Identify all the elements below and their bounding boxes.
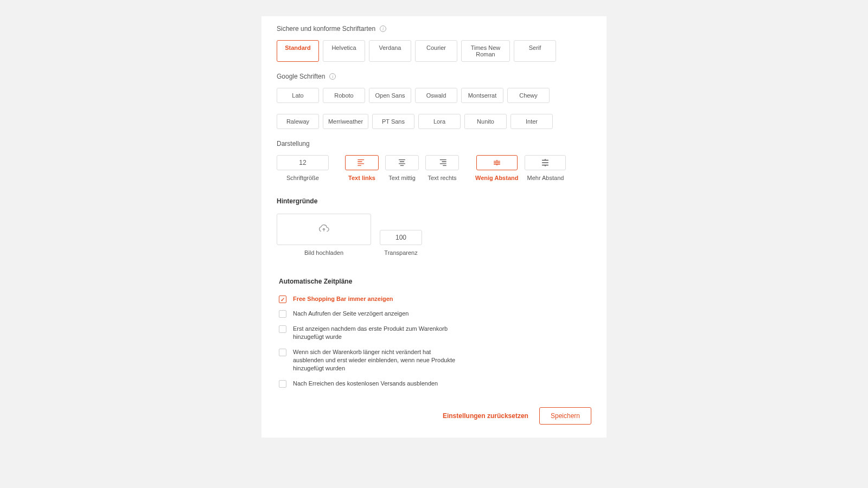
schedule-item-delayed: Nach Aufrufen der Seite verzögert anzeig… — [279, 310, 463, 318]
safe-fonts-label-text: Sichere und konforme Schriftarten — [277, 25, 375, 33]
font-chip-helvetica[interactable]: Helvetica — [323, 40, 365, 62]
align-right-button[interactable] — [425, 155, 459, 170]
spacing-tight-caption: Wenig Abstand — [475, 175, 518, 181]
upload-caption: Bild hochladen — [277, 249, 371, 256]
schedule-item-after-free: Nach Erreichen des kostenlosen Versands … — [279, 380, 463, 388]
checkbox-after-first[interactable] — [279, 325, 286, 333]
checkbox-label-delayed: Nach Aufrufen der Seite verzögert anzeig… — [293, 310, 409, 318]
font-chip-inter[interactable]: Inter — [510, 114, 553, 129]
info-icon[interactable]: i — [380, 25, 386, 32]
google-fonts-label: Google Schriften i — [277, 73, 591, 80]
align-center-button[interactable] — [385, 155, 419, 170]
google-fonts-label-text: Google Schriften — [277, 73, 325, 80]
schedule-item-after-first: Erst anzeigen nachdem das erste Produkt … — [279, 325, 463, 342]
font-chip-courier[interactable]: Courier — [415, 40, 457, 62]
spacing-loose-button[interactable] — [525, 155, 566, 170]
transparency-caption: Transparenz — [380, 249, 422, 256]
display-label: Darstellung — [277, 140, 591, 147]
align-left-button[interactable] — [345, 155, 379, 170]
display-row: 12 Schriftgröße Text linksText mittigTex… — [277, 155, 591, 181]
google-fonts-row-1: LatoRobotoOpen SansOswaldMontserratChewy — [277, 88, 591, 103]
spacing-tight-button[interactable] — [476, 155, 518, 170]
align-left-caption: Text links — [348, 175, 375, 181]
checkbox-label-after-free: Nach Erreichen des kostenlosen Versands … — [293, 380, 438, 388]
font-chip-chewy[interactable]: Chewy — [507, 88, 550, 103]
checkbox-after-free[interactable] — [279, 380, 286, 388]
align-right-caption: Text rechts — [427, 175, 456, 181]
font-chip-standard[interactable]: Standard — [277, 40, 319, 62]
upload-group: Bild hochladen — [277, 214, 371, 256]
font-chip-verdana[interactable]: Verdana — [369, 40, 411, 62]
save-button[interactable]: Speichern — [539, 407, 591, 425]
checkbox-label-idle-cart: Wenn sich der Warenkorb länger nicht ver… — [293, 348, 463, 373]
align-center-caption: Text mittig — [388, 175, 416, 181]
font-chip-lora[interactable]: Lora — [418, 114, 461, 129]
font-chip-raleway[interactable]: Raleway — [277, 114, 319, 129]
font-chip-lato[interactable]: Lato — [277, 88, 319, 103]
schedules-list: Free Shopping Bar immer anzeigenNach Auf… — [279, 295, 463, 388]
spacing-loose-caption: Mehr Abstand — [527, 175, 564, 181]
settings-panel: Sichere und konforme Schriftarten i Stan… — [261, 16, 607, 438]
cloud-upload-icon — [318, 224, 330, 234]
schedule-item-always: Free Shopping Bar immer anzeigen — [279, 295, 463, 303]
font-size-caption: Schriftgröße — [286, 175, 319, 181]
font-chip-oswald[interactable]: Oswald — [415, 88, 457, 103]
font-chip-times-new-roman[interactable]: Times New Roman — [461, 40, 510, 62]
checkbox-delayed[interactable] — [279, 310, 286, 318]
font-chip-merriweather[interactable]: Merriweather — [323, 114, 368, 129]
checkbox-always[interactable] — [279, 296, 286, 303]
font-chip-montserrat[interactable]: Montserrat — [461, 88, 503, 103]
upload-image-box[interactable] — [277, 214, 371, 245]
backgrounds-row: Bild hochladen 100 Transparenz — [277, 214, 591, 256]
font-chip-pt-sans[interactable]: PT Sans — [372, 114, 414, 129]
font-chip-nunito[interactable]: Nunito — [464, 114, 507, 129]
font-chip-roboto[interactable]: Roboto — [323, 88, 365, 103]
backgrounds-heading: Hintergründe — [277, 197, 591, 205]
reset-settings-link[interactable]: Einstellungen zurücksetzen — [443, 412, 528, 420]
schedules-heading: Automatische Zeitpläne — [279, 278, 591, 285]
google-fonts-row-2: RalewayMerriweatherPT SansLoraNunitoInte… — [277, 114, 591, 129]
font-size-input[interactable]: 12 — [277, 155, 329, 170]
schedule-item-idle-cart: Wenn sich der Warenkorb länger nicht ver… — [279, 348, 463, 373]
font-chip-open-sans[interactable]: Open Sans — [369, 88, 411, 103]
safe-fonts-row: StandardHelveticaVerdanaCourierTimes New… — [277, 40, 591, 62]
checkbox-label-always: Free Shopping Bar immer anzeigen — [293, 295, 393, 303]
info-icon[interactable]: i — [329, 73, 336, 80]
font-size-group: 12 Schriftgröße — [277, 155, 329, 181]
transparency-input[interactable]: 100 — [380, 230, 422, 245]
safe-fonts-label: Sichere und konforme Schriftarten i — [277, 25, 591, 33]
checkbox-idle-cart[interactable] — [279, 349, 286, 356]
footer: Einstellungen zurücksetzen Speichern — [277, 407, 591, 425]
transparency-group: 100 Transparenz — [380, 230, 422, 256]
checkbox-label-after-first: Erst anzeigen nachdem das erste Produkt … — [293, 325, 463, 342]
font-chip-serif[interactable]: Serif — [514, 40, 556, 62]
